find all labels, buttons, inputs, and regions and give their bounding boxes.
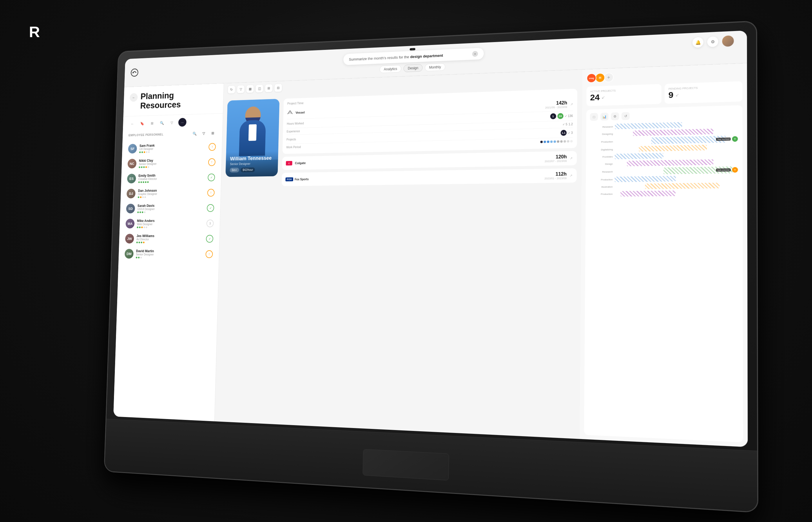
dot — [144, 212, 145, 213]
search-bar[interactable]: Summarize the month's results for the de… — [343, 48, 484, 65]
sidebar-grid-icon[interactable]: ⊞ — [148, 119, 156, 127]
dot — [145, 182, 146, 183]
sidebar-filter-icon[interactable]: ▽ — [168, 119, 176, 127]
sidebar-bookmark-icon[interactable]: 🔖 — [139, 120, 146, 127]
project-item-fox[interactable]: FOX Fox Sports 112h 2023/01 - 2023/09 — [285, 172, 572, 183]
gantt-row: Digitalizing — [590, 144, 739, 153]
employee-dots — [136, 257, 203, 259]
sidebar-more-icon[interactable]: ··· — [178, 118, 187, 127]
project-date: 2021/05 - 2023/09 — [545, 105, 567, 109]
dot — [137, 212, 139, 214]
down-arrow-icon-2: ↙ — [675, 93, 679, 97]
dot — [148, 152, 150, 153]
project-item-colgate[interactable]: C Colgate 120h 2022/07 - 2023/09 — [286, 154, 572, 167]
avatar: SF — [128, 144, 137, 154]
dot — [146, 226, 147, 228]
back-button[interactable]: ← — [130, 93, 138, 102]
employee-info: Emily Smith Creative Director — [138, 173, 205, 183]
project-hours-info: 120h 2022/07 - 2023/09 — [545, 154, 567, 163]
project-stats-row: Active projects 24 ↙ Pending projects — [586, 81, 743, 106]
employee-role: Graphic Designer — [138, 192, 205, 196]
gantt-row-track — [614, 190, 739, 197]
gantt-row-track: T Task overload — [614, 166, 739, 175]
employee-item[interactable]: SF Sam Frank UX Designer — [125, 140, 219, 156]
gantt-tool-settings[interactable]: ⚙ — [611, 112, 619, 120]
info-badges: 1.1 ✓ 3 — [561, 129, 573, 136]
gantt-bar-blue-2 — [651, 136, 726, 144]
gantt-tool-chart[interactable]: 📊 — [600, 113, 608, 121]
grid-icon-button[interactable]: ⊞ — [265, 84, 272, 92]
filter-icon-button[interactable]: ▽ — [237, 85, 244, 93]
dot — [141, 226, 143, 228]
gantt-row-track — [615, 144, 739, 152]
arrow-icon: ↗ — [570, 102, 573, 106]
dot — [144, 196, 146, 198]
touchpad — [363, 449, 449, 481]
employee-filter-icon[interactable]: ▽ — [200, 130, 207, 137]
search-tag-analytics[interactable]: Analytics — [380, 65, 401, 73]
employee-item[interactable]: SD Sarah Davis UX/UI Designer — [123, 201, 217, 216]
gantt-tool-refresh[interactable]: ↺ — [622, 112, 630, 120]
app-screen: Summarize the month's results for the de… — [114, 31, 748, 447]
badge-hours-1: 1 — [550, 113, 556, 119]
refresh-icon-button[interactable]: ↻ — [228, 85, 235, 93]
project-hours: 142h — [545, 100, 567, 106]
employee-info: Jes Williams Art Director — [136, 234, 204, 244]
spacer — [311, 176, 542, 179]
dot — [141, 166, 142, 168]
gantt-tool-layout[interactable]: □ — [590, 113, 598, 121]
employee-item[interactable]: ES Emily Smith Creative Director — [124, 170, 218, 186]
employee-role: Senior Designer — [136, 253, 203, 257]
employee-info: Sam Frank UX Designer — [139, 142, 206, 153]
dot — [143, 242, 144, 244]
employee-grid-icon[interactable]: ⊞ — [209, 129, 216, 137]
profile-section: William Tennessee Senior Designer 6m+ $4… — [221, 84, 582, 192]
project-info: Colgate — [295, 157, 542, 165]
bell-icon-button[interactable]: 🔔 — [692, 37, 704, 48]
dot — [142, 152, 143, 153]
down-arrow-icon: ↙ — [602, 95, 605, 100]
employee-status-badge: ! — [208, 158, 216, 166]
exp-count: ✓ 5 — [562, 123, 567, 126]
employee-role: Art Director — [136, 238, 203, 241]
avatar-snag: snag — [587, 73, 596, 83]
gantt-row: Illustration — [590, 182, 739, 190]
search-close-button[interactable]: × — [472, 51, 478, 57]
gantt-row-label: Design — [590, 162, 613, 166]
app-logo-area — [130, 68, 139, 77]
settings-icon-button[interactable]: ⚙ — [707, 36, 718, 47]
sidebar-search-icon[interactable]: 🔍 — [158, 119, 166, 127]
employee-item[interactable]: MA Mike Anders Web Designer — [122, 216, 217, 231]
gantt-row-label: Research — [590, 170, 613, 173]
dot — [144, 152, 145, 153]
sidebar-back-mini-icon[interactable]: ← — [129, 120, 136, 127]
profile-name: William Tennessee — [230, 156, 274, 162]
info-badges — [540, 140, 573, 143]
layout-icon-button[interactable]: ⊟ — [275, 84, 282, 92]
bookmark-icon-button[interactable]: ◫ — [256, 85, 263, 93]
gantt-row: Front/dev — [590, 152, 739, 160]
dot — [146, 152, 147, 153]
right-panel: snag H + Active projects 24 — [580, 63, 748, 447]
avatar-initials: SF — [130, 147, 135, 151]
profile-avatar-button[interactable] — [722, 35, 734, 47]
gantt-bar-blue-3 — [615, 153, 664, 159]
dot — [140, 182, 142, 183]
gantt-row-track — [614, 182, 739, 189]
employee-status-badge: ! — [206, 250, 213, 258]
employee-item[interactable]: NC Nikki Clay Senior Designer — [124, 155, 219, 171]
info-label: Experience — [286, 129, 310, 133]
add-avatar-button[interactable]: + — [604, 73, 614, 82]
dot — [136, 257, 137, 259]
search-tag-design[interactable]: Design — [403, 64, 423, 72]
employee-item[interactable]: DJ Dan Johnson Graphic Designer — [124, 186, 218, 201]
employee-item[interactable]: DM David Martin Senior Designer — [122, 247, 216, 262]
dot — [140, 257, 142, 259]
employee-item[interactable]: JW Jes Williams Art Director — [122, 232, 217, 246]
employee-info: Nikki Clay Senior Designer — [139, 158, 206, 168]
calendar-icon-button[interactable]: ▦ — [246, 85, 254, 93]
laptop-body: Summarize the month's results for the de… — [105, 21, 757, 512]
gantt-row: Production T Task overload — [590, 136, 739, 145]
search-tag-monthly[interactable]: Monthly — [425, 63, 445, 71]
employee-search-icon[interactable]: 🔍 — [191, 130, 198, 137]
